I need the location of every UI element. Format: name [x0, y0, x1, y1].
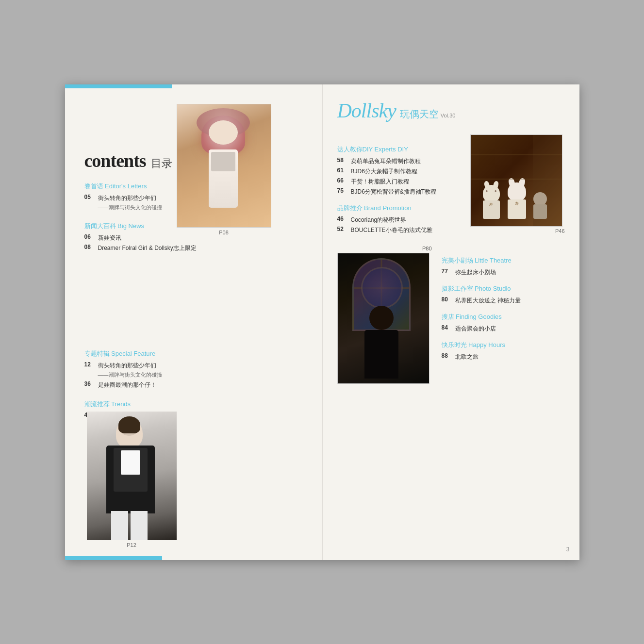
top-right-photo-area: ● ● 寿: [470, 134, 565, 236]
toc-item: 84 适合聚会的小店: [442, 324, 565, 333]
toc-item: 75 BJD6分宽松背带裤&插肩袖T教程: [337, 187, 461, 196]
left-bottom-photo: P12: [87, 412, 177, 548]
magazine-spread: contents 目录 卷首语 Editor's Letters 05 街头转角…: [65, 84, 579, 560]
toc-sub: ——潮牌与街头文化的碰撞: [98, 371, 308, 379]
section-heading-photo-studio: 摄影工作室 Photo Studio: [442, 284, 565, 293]
dollsky-cn-name: 玩偶天空: [400, 108, 439, 121]
toc-item: 80 私养图大放送之 神秘力量: [442, 296, 565, 305]
right-toc-bottom: 完美小剧场 Little Theatre 77 弥生起床小剧场 摄影工作室 Ph…: [442, 246, 565, 384]
contents-title: contents: [84, 150, 146, 171]
bottom-photo-area: P80: [337, 246, 432, 384]
section-heading-finding-goodies: 搜店 Finding Goodies: [442, 313, 565, 321]
toc-item: 58 卖萌单品兔耳朵帽制作教程: [337, 157, 461, 165]
contents-title-cn: 目录: [151, 156, 172, 171]
toc-item: 12 街头转角的那些少年们: [84, 361, 308, 370]
dollsky-brand-name: Dollsky: [337, 99, 396, 122]
dollsky-logo: Dollsky 玩偶天空 Vol.30: [337, 99, 565, 122]
section-heading-diy: 达人教你DIY Experts DIY: [337, 145, 461, 154]
bottom-photo-label-p80: P80: [337, 246, 432, 251]
center-photo-caption: P08: [177, 230, 271, 235]
section-heading-theatre: 完美小剧场 Little Theatre: [442, 256, 565, 265]
toc-item: 52 BOUCLETTE小卷毛的法式优雅: [337, 226, 461, 234]
left-top-bar: [65, 84, 172, 88]
right-page: Dollsky 玩偶天空 Vol.30 达人教你DIY Experts DIY …: [322, 84, 579, 560]
left-page: contents 目录 卷首语 Editor's Letters 05 街头转角…: [65, 84, 322, 560]
section-heading-happy-hours: 快乐时光 Happy Hours: [442, 341, 565, 349]
page-number: 3: [566, 546, 570, 553]
center-photo-area: P08: [177, 104, 271, 235]
section-heading-trends: 潮流推荐 Trends: [84, 400, 308, 409]
left-bottom-bar: [65, 556, 162, 560]
toc-item: 36 是娃圈最潮的那个仔！: [84, 380, 308, 389]
top-photo-caption: P46: [470, 228, 565, 234]
toc-item: 61 BJD6分大象帽子制作教程: [337, 167, 461, 176]
toc-section-3: 专题特辑 Special Feature 12 街头转角的那些少年们 ——潮牌与…: [84, 349, 308, 389]
right-toc-col: 达人教你DIY Experts DIY 58 卖萌单品兔耳朵帽制作教程 61 B…: [337, 134, 461, 236]
toc-item: 08 Dreamer Folral Girl & Dollsky志上限定: [84, 244, 308, 252]
right-top-section: 达人教你DIY Experts DIY 58 卖萌单品兔耳朵帽制作教程 61 B…: [337, 134, 565, 236]
toc-item: 77 弥生起床小剧场: [442, 268, 565, 277]
toc-item: 46 Cocoriang的秘密世界: [337, 215, 461, 224]
right-bottom-section: P80: [337, 246, 565, 384]
toc-item: 66 干货！树脂眼入门教程: [337, 177, 461, 186]
section-heading-brand: 品牌推介 Brand Promotion: [337, 204, 461, 213]
left-bottom-caption: P12: [87, 542, 177, 548]
dollsky-vol: Vol.30: [441, 113, 456, 118]
section-heading-special: 专题特辑 Special Feature: [84, 349, 308, 358]
toc-item: 88 北欧之旅: [442, 352, 565, 361]
